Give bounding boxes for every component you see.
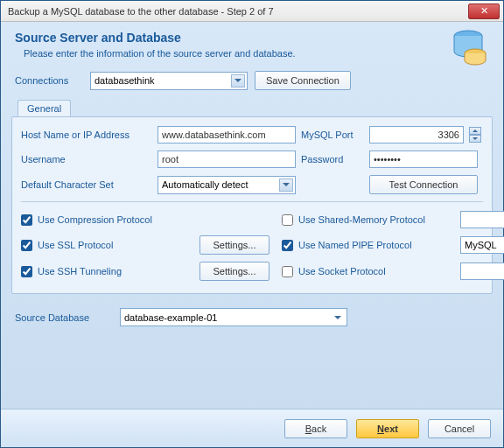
password-input[interactable] (369, 150, 478, 168)
connections-dropdown[interactable]: databasethink (90, 72, 248, 90)
wizard-window: Backup a MySQL database to the other dat… (0, 0, 504, 448)
charset-value: Automatically detect (162, 179, 248, 190)
named-pipe-input[interactable] (460, 236, 504, 254)
cancel-button[interactable]: Cancel (428, 419, 491, 438)
connections-row: Connections databasethink Save Connectio… (1, 66, 503, 99)
header-section: Source Server and Database Please enter … (1, 22, 503, 66)
connections-label: Connections (15, 75, 83, 86)
chevron-down-icon (279, 178, 293, 192)
host-row: Host Name or IP Address MySQL Port (21, 126, 483, 144)
ssl-checkbox[interactable]: Use SSL Protocol (21, 240, 196, 251)
spinner-up-icon[interactable] (469, 127, 481, 135)
charset-row: Default Character Set Automatically dete… (21, 175, 483, 194)
back-button[interactable]: Back (284, 419, 347, 438)
chevron-down-icon (231, 74, 245, 88)
titlebar: Backup a MySQL database to the other dat… (1, 1, 503, 22)
shared-memory-input[interactable] (460, 211, 504, 228)
database-icon (449, 27, 487, 66)
port-spinner[interactable] (469, 127, 481, 143)
wizard-footer: Back Next Cancel (1, 409, 503, 447)
source-database-label: Source Database (15, 312, 111, 323)
shared-memory-checkbox[interactable]: Use Shared-Memory Protocol (282, 214, 457, 226)
page-subtitle: Please enter the information of the sour… (15, 48, 489, 59)
ssh-settings-button[interactable]: Settings... (200, 262, 270, 281)
save-connection-button[interactable]: Save Connection (255, 71, 351, 90)
host-label: Host Name or IP Address (21, 130, 152, 140)
ssh-checkbox[interactable]: Use SSH Tunneling (21, 266, 196, 277)
source-database-value: database-example-01 (124, 312, 217, 323)
close-button[interactable]: ✕ (468, 4, 500, 19)
page-title: Source Server and Database (15, 31, 489, 45)
socket-input[interactable] (460, 262, 504, 280)
general-panel: General Host Name or IP Address MySQL Po… (11, 116, 493, 294)
tab-bar: General (18, 100, 71, 116)
charset-dropdown[interactable]: Automatically detect (158, 176, 296, 194)
named-pipe-checkbox[interactable]: Use Named PIPE Protocol (282, 240, 457, 251)
password-label: Password (301, 154, 364, 164)
chevron-down-icon (331, 311, 345, 324)
test-connection-button[interactable]: Test Connection (369, 175, 478, 194)
host-input[interactable] (158, 126, 296, 144)
port-input[interactable] (369, 126, 464, 144)
username-label: Username (21, 154, 152, 164)
port-label: MySQL Port (301, 130, 364, 140)
source-database-dropdown[interactable]: database-example-01 (120, 308, 347, 326)
options-grid: Use Compression Protocol Use Shared-Memo… (21, 211, 483, 281)
spinner-down-icon[interactable] (469, 135, 481, 143)
connections-value: databasethink (94, 75, 155, 86)
ssl-settings-button[interactable]: Settings... (200, 235, 270, 255)
next-button[interactable]: Next (356, 419, 419, 438)
window-title: Backup a MySQL database to the other dat… (4, 6, 468, 17)
close-icon: ✕ (480, 5, 488, 17)
username-input[interactable] (158, 150, 296, 168)
charset-label: Default Character Set (21, 179, 152, 190)
user-row: Username Password (21, 150, 483, 168)
divider (21, 201, 483, 202)
socket-checkbox[interactable]: Use Socket Protocol (282, 266, 457, 277)
source-database-row: Source Database database-example-01 (1, 294, 503, 326)
tab-general[interactable]: General (18, 100, 71, 116)
compression-checkbox[interactable]: Use Compression Protocol (21, 214, 196, 226)
